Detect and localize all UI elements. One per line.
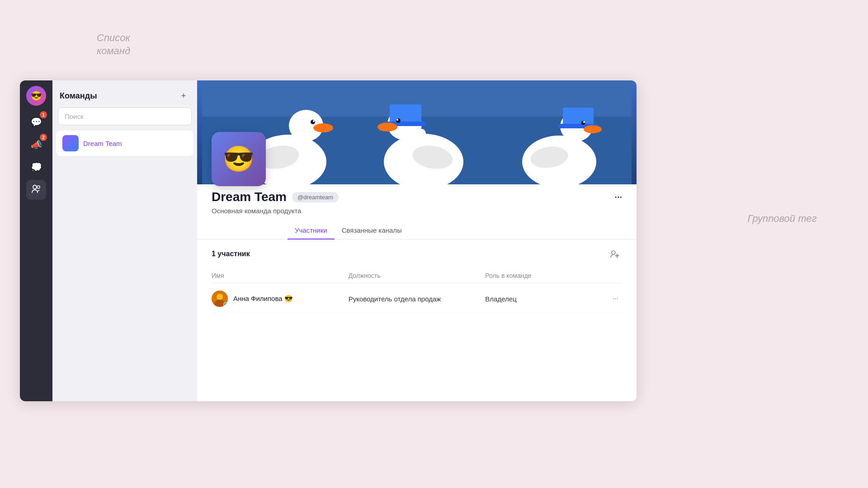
nav-channels[interactable]: 💭 xyxy=(26,157,46,177)
col-role: Роль в команде xyxy=(485,272,622,279)
svg-point-21 xyxy=(396,118,401,123)
teams-panel: Команды + Поиск Dream Team xyxy=(52,80,197,401)
more-options-button[interactable]: ··· xyxy=(614,192,622,202)
svg-point-46 xyxy=(217,294,223,300)
svg-rect-31 xyxy=(563,108,594,125)
tab-channels[interactable]: Связанные каналы xyxy=(335,222,409,239)
member-more-button[interactable]: ··· xyxy=(613,295,622,303)
team-item-dreamteam[interactable]: Dream Team xyxy=(56,131,193,156)
team-display-name: Dream Team xyxy=(212,190,287,204)
member-name-cell: Анна Филипова 😎 xyxy=(212,291,349,307)
svg-point-7 xyxy=(313,123,333,132)
add-member-button[interactable] xyxy=(608,247,622,261)
table-header: Имя Должность Роль в команде xyxy=(212,268,622,283)
col-job: Должность xyxy=(349,272,486,279)
table-row: Анна Филипова 😎 Руководитель отдела прод… xyxy=(212,285,622,313)
svg-point-20 xyxy=(377,122,397,131)
team-emoji: 😎 xyxy=(223,144,255,174)
teams-title: Команды xyxy=(60,91,97,101)
members-count: 1 участник xyxy=(212,250,250,258)
team-tag-badge: @dreamteam xyxy=(292,192,339,202)
nav-announcements[interactable]: 📣 2 xyxy=(26,135,46,155)
nav-messages[interactable]: 💬 1 xyxy=(26,112,46,132)
user-avatar[interactable]: 😎 xyxy=(26,86,46,106)
tab-members[interactable]: Участники xyxy=(288,222,335,239)
svg-point-41 xyxy=(612,251,615,254)
people-icon xyxy=(31,184,41,196)
svg-point-22 xyxy=(396,119,398,121)
members-header: 1 участник xyxy=(212,247,622,261)
team-name-row: Dream Team @dreamteam ··· xyxy=(212,190,622,204)
annotation-group-tag: Групповой тег xyxy=(737,212,827,225)
online-indicator xyxy=(223,302,227,306)
svg-point-33 xyxy=(584,125,602,133)
main-content: 😎 Dream Team @dreamteam ··· Основная ком… xyxy=(197,80,637,401)
svg-point-1 xyxy=(37,186,40,188)
svg-point-0 xyxy=(33,185,37,189)
team-logo: 😎 xyxy=(212,132,266,186)
col-name: Имя xyxy=(212,272,349,279)
channels-icon: 💭 xyxy=(31,162,42,173)
member-team-role: Владелец xyxy=(485,295,516,303)
team-description: Основная команда продукта xyxy=(212,207,622,215)
team-name-label: Dream Team xyxy=(83,140,122,147)
member-avatar xyxy=(212,291,228,307)
app-container: 😎 💬 1 📣 2 💭 Команды xyxy=(20,80,637,401)
svg-point-35 xyxy=(583,121,585,123)
sidebar-nav: 😎 💬 1 📣 2 💭 xyxy=(20,80,52,401)
add-team-button[interactable]: + xyxy=(177,89,190,102)
svg-point-9 xyxy=(313,120,315,122)
search-placeholder: Поиск xyxy=(65,113,84,120)
member-name: Анна Филипова 😎 xyxy=(233,295,293,303)
announcements-icon: 📣 xyxy=(31,139,42,150)
announcements-badge: 2 xyxy=(40,134,47,141)
members-section: 1 участник Имя Должность Роль в команде xyxy=(197,239,637,401)
annotation-teams-list: Списоккоманд xyxy=(84,32,143,57)
messages-icon: 💬 xyxy=(31,117,42,127)
member-job: Руководитель отдела продаж xyxy=(349,295,486,303)
messages-badge: 1 xyxy=(40,111,47,118)
search-input[interactable]: Поиск xyxy=(58,108,192,125)
team-icon-dreamteam xyxy=(62,135,79,151)
svg-point-8 xyxy=(311,120,315,124)
nav-people[interactable] xyxy=(26,180,46,200)
svg-rect-18 xyxy=(390,104,421,122)
tabs-row: Участники Связанные каналы xyxy=(197,222,637,239)
teams-header: Команды + xyxy=(52,80,197,108)
